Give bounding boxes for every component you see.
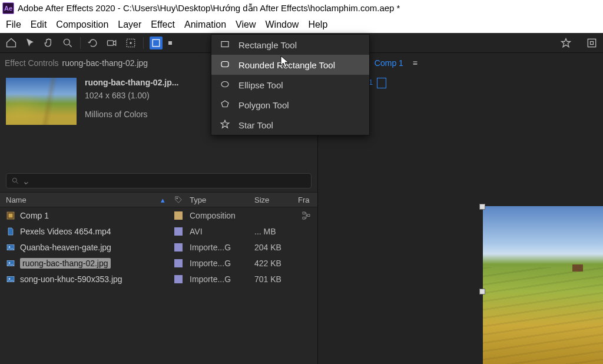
menu-view[interactable]: View [231,18,260,31]
label-swatch[interactable] [174,211,183,220]
item-name: ruong-bac-thang-02.jpg [20,258,111,269]
menu-help[interactable]: Help [303,18,332,31]
item-type: Importe...G [186,274,251,284]
ellipse-icon [220,79,230,91]
menu-effect[interactable]: Effect [146,18,180,31]
item-type: Importe...G [186,243,251,252]
menu-bar: File Edit Composition Layer Effect Anima… [0,16,603,33]
transform-handle[interactable] [479,289,485,294]
svg-rect-10 [9,213,13,217]
item-name: Comp 1 [20,211,49,220]
selection-tool-icon[interactable] [24,37,37,49]
region-tool-icon[interactable] [124,37,137,49]
svg-rect-1 [108,40,114,45]
col-framerate[interactable]: Fra [294,196,318,204]
effect-controls-target: ruong-bac-thang-02.jpg [62,58,148,68]
svg-point-7 [12,178,16,182]
project-item[interactable]: song-uon-khuc-590x353.jpgImporte...G701 … [0,271,317,287]
composition-name-link[interactable]: Comp 1 [375,58,403,68]
label-swatch[interactable] [174,227,183,236]
footage-thumbnail [6,78,77,125]
transform-handle[interactable] [479,204,485,210]
favorite-star-icon[interactable] [559,37,572,49]
svg-rect-6 [591,41,594,44]
panel-menu-icon[interactable]: ≡ [413,58,418,68]
svg-rect-20 [221,41,228,47]
svg-point-8 [177,198,178,199]
shape-menu-item[interactable]: Rounded Rectangle Tool [211,55,369,75]
shape-menu-item[interactable]: Star Tool [211,115,369,135]
item-type: Importe...G [186,259,251,268]
roundrect-icon [220,59,230,71]
menu-file[interactable]: File [1,18,26,31]
panel-label: Effect Controls [5,58,59,68]
camera-tool-icon[interactable] [105,37,118,49]
file-type-icon [6,211,15,220]
project-columns-header: Name ▴ Type Size Fra [0,192,317,207]
hand-tool-icon[interactable] [42,37,55,49]
col-label-swatch[interactable] [171,196,186,204]
menu-window[interactable]: Window [261,18,304,31]
label-swatch[interactable] [174,243,183,252]
mouse-cursor-icon [280,55,290,71]
label-swatch[interactable] [174,275,183,283]
item-hierarchy-icon [294,211,318,220]
window-title: Adobe After Effects 2020 - C:\Users\Huy\… [18,3,400,14]
menu-edit[interactable]: Edit [26,18,52,31]
svg-rect-13 [307,214,310,216]
shape-menu-item[interactable]: Ellipse Tool [211,75,369,95]
star-icon [220,119,230,131]
project-item[interactable]: Pexels Videos 4654.mp4AVI... MB [0,223,317,239]
shape-menu-item[interactable]: Rectangle Tool [211,35,369,55]
menu-item-label: Star Tool [238,120,273,130]
item-name: Pexels Videos 4654.mp4 [20,227,111,236]
project-item[interactable]: Comp 1Composition [0,207,317,223]
item-name: song-uon-khuc-590x353.jpg [20,274,122,284]
menu-item-label: Rectangle Tool [238,40,297,50]
zoom-tool-icon[interactable] [61,37,74,49]
menu-item-label: Ellipse Tool [238,80,283,90]
shape-menu-item[interactable]: Polygon Tool [211,95,369,115]
menu-layer[interactable]: Layer [113,18,146,31]
project-list: Comp 1CompositionPexels Videos 4654.mp4A… [0,207,317,287]
item-name: Quanba-heaven-gate.jpg [20,243,111,252]
title-bar: Ae Adobe After Effects 2020 - C:\Users\H… [0,0,603,16]
item-size: 204 KB [251,243,294,252]
svg-rect-4 [153,39,160,47]
file-type-icon [6,274,15,284]
toolbar-separator [143,37,144,49]
svg-rect-5 [588,39,595,47]
snap-icon[interactable] [585,37,598,49]
rotate-tool-icon[interactable] [87,37,100,49]
svg-rect-21 [221,61,228,67]
app-icon: Ae [2,2,14,14]
footage-color-depth: Millions of Colors [85,110,178,119]
col-type[interactable]: Type [186,196,251,204]
file-type-icon [6,243,15,252]
item-size: 701 KB [251,274,294,284]
tool-submenu-indicator [168,41,172,45]
project-search-input[interactable]: ⌄ [6,173,312,188]
svg-rect-11 [303,212,305,214]
svg-point-22 [221,81,228,87]
col-name[interactable]: Name [6,196,26,204]
project-item[interactable]: ruong-bac-thang-02.jpgImporte...G422 KB [0,255,317,271]
menu-animation[interactable]: Animation [180,18,231,31]
project-item[interactable]: Quanba-heaven-gate.jpgImporte...G204 KB [0,239,317,255]
sort-indicator-icon: ▴ [161,196,165,204]
viewer-canvas[interactable] [483,206,603,364]
svg-rect-12 [303,217,305,219]
menu-composition[interactable]: Composition [51,18,113,31]
footage-filename: ruong-bac-thang-02.jp... [85,78,178,87]
svg-point-0 [64,39,69,45]
footage-dimensions: 1024 x 683 (1.00) [85,91,178,100]
item-type: AVI [186,227,251,236]
home-icon[interactable] [5,37,18,49]
shape-tool-button[interactable] [150,37,163,49]
rect-icon [220,39,230,51]
polygon-icon [220,99,230,111]
menu-item-label: Polygon Tool [238,100,289,110]
file-type-icon [6,259,15,268]
col-size[interactable]: Size [251,196,294,204]
label-swatch[interactable] [174,259,183,267]
